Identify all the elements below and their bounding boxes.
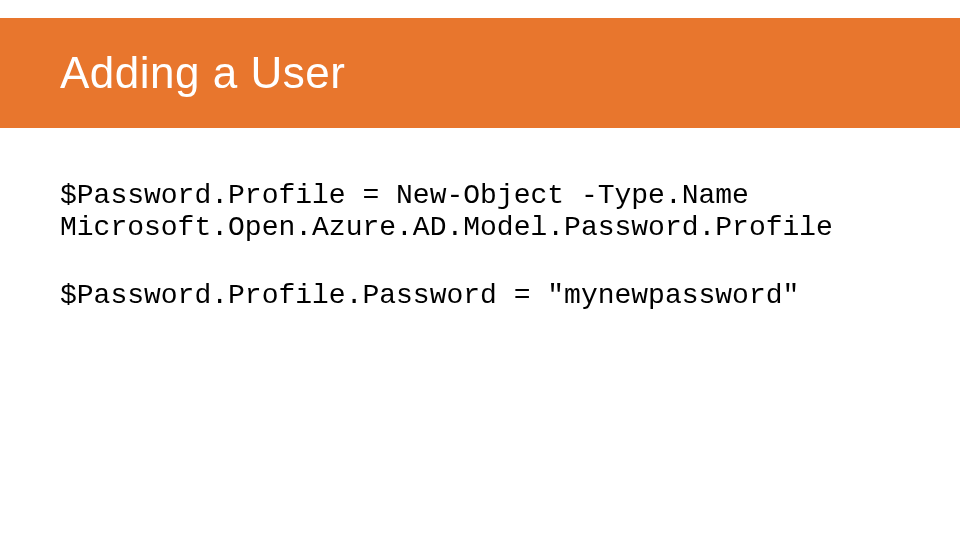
code-line-2: $Password.Profile.Password = "mynewpassw… — [60, 280, 900, 312]
slide-title: Adding a User — [60, 48, 345, 98]
slide-content: $Password.Profile = New-Object -Type.Nam… — [60, 180, 900, 349]
title-bar: Adding a User — [0, 18, 960, 128]
slide: Adding a User $Password.Profile = New-Ob… — [0, 0, 960, 540]
code-line-1: $Password.Profile = New-Object -Type.Nam… — [60, 180, 900, 244]
